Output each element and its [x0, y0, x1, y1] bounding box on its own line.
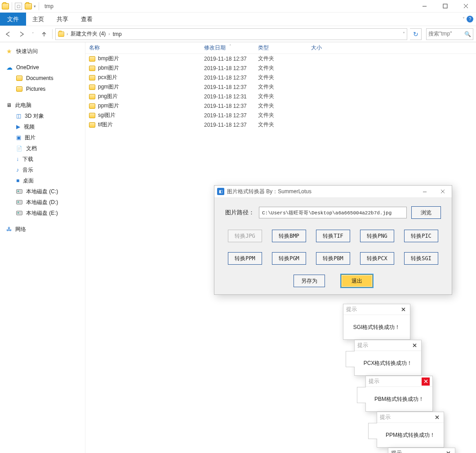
- sidebar-item-downloads[interactable]: 下载: [0, 154, 85, 164]
- qat-properties-icon[interactable]: ▢: [15, 3, 22, 10]
- message-box: 提示PBM格式转换成功！: [365, 376, 433, 412]
- help-icon[interactable]: ?: [467, 16, 473, 22]
- folder-name: png图片: [98, 93, 118, 100]
- folder-row[interactable]: tif图片2019-11-18 12:37文件夹: [85, 120, 476, 129]
- sidebar-item-music[interactable]: 音乐: [0, 164, 85, 175]
- qat-dropdown-icon[interactable]: ▾: [34, 4, 36, 9]
- message-box: 提示PCX格式转换成功！: [354, 340, 422, 376]
- ribbon-view-tab[interactable]: 查看: [75, 13, 99, 26]
- message-close-button[interactable]: [433, 413, 441, 422]
- folder-row[interactable]: pcx图片2019-11-18 12:37文件夹: [85, 73, 476, 82]
- sidebar-item-thispc[interactable]: 此电脑: [0, 100, 85, 111]
- message-titlebar[interactable]: 提示: [388, 448, 455, 453]
- folder-date: 2019-11-18 12:31: [200, 93, 254, 100]
- drive-icon: [16, 189, 22, 194]
- browse-button[interactable]: 浏览: [411, 206, 441, 219]
- music-icon: [16, 167, 19, 173]
- chevron-right-icon[interactable]: ›: [108, 31, 110, 36]
- message-titlebar[interactable]: 提示: [343, 304, 410, 315]
- ribbon-home-tab[interactable]: 主页: [26, 13, 50, 26]
- convert-button-tif[interactable]: 转换TIF: [316, 230, 350, 242]
- svg-rect-1: [443, 4, 447, 8]
- message-box: 提示SGI格式转换成功！: [343, 304, 410, 340]
- window-title: tmp: [44, 3, 53, 9]
- minimize-button[interactable]: [414, 0, 435, 13]
- sidebar-item-drive-e[interactable]: 本地磁盘 (E:): [0, 208, 85, 218]
- folder-type: 文件夹: [254, 102, 307, 110]
- folder-row[interactable]: sgi图片2019-11-18 12:37文件夹: [85, 111, 476, 120]
- folder-name: ppm图片: [98, 102, 119, 110]
- nav-up-button[interactable]: [39, 29, 49, 40]
- folder-icon: [16, 76, 22, 81]
- sidebar-label: 桌面: [23, 177, 34, 185]
- path-input[interactable]: [259, 207, 407, 218]
- address-dropdown-icon[interactable]: ˅: [403, 31, 405, 36]
- dialog-close-button[interactable]: [434, 186, 452, 197]
- sidebar-item-onedrive[interactable]: OneDrive: [0, 62, 85, 73]
- message-titlebar[interactable]: 提示: [377, 412, 444, 423]
- folder-name: bmp图片: [98, 55, 119, 62]
- breadcrumb-item[interactable]: tmp: [112, 31, 123, 37]
- message-close-button[interactable]: [399, 306, 407, 314]
- convert-button-bmp[interactable]: 转换BMP: [272, 230, 306, 242]
- sidebar-item-drive-c[interactable]: 本地磁盘 (C:): [0, 186, 85, 197]
- dialog-titlebar[interactable]: ◧ 图片格式转换器 By：SummerLotus: [214, 186, 452, 197]
- message-close-button[interactable]: [444, 449, 452, 453]
- nav-back-button[interactable]: [3, 29, 13, 40]
- chevron-right-icon[interactable]: ›: [67, 31, 68, 36]
- convert-button-pgm[interactable]: 转换PGM: [272, 252, 306, 265]
- sidebar-label: 下载: [22, 155, 33, 163]
- folder-date: 2019-11-18 12:37: [200, 103, 254, 109]
- exit-button[interactable]: 退出: [341, 275, 373, 287]
- folder-row[interactable]: pgm图片2019-11-18 12:37文件夹: [85, 82, 476, 92]
- nav-recent-dropdown[interactable]: ˅: [30, 29, 36, 40]
- sidebar-item-images[interactable]: 图片: [0, 132, 85, 143]
- folder-row[interactable]: pbm图片2019-11-18 12:37文件夹: [85, 63, 476, 73]
- ribbon-file-tab[interactable]: 文件: [0, 13, 26, 26]
- sidebar-label: 此电脑: [15, 102, 31, 109]
- sidebar-item-pictures[interactable]: Pictures: [0, 84, 85, 94]
- sidebar-item-docs[interactable]: 文档: [0, 143, 85, 154]
- folder-open-icon[interactable]: [25, 3, 32, 9]
- sidebar-item-drive-d[interactable]: 本地磁盘 (D:): [0, 197, 85, 208]
- convert-button-sgi[interactable]: 转换SGI: [404, 252, 438, 265]
- pc-icon: [6, 102, 12, 108]
- message-close-button[interactable]: [410, 342, 418, 350]
- search-box[interactable]: 搜索"tmp" 🔍: [426, 28, 473, 40]
- sidebar-item-3d[interactable]: 3D 对象: [0, 111, 85, 121]
- maximize-button[interactable]: [435, 0, 455, 13]
- col-type-header[interactable]: 类型: [254, 44, 307, 52]
- convert-button-pbm[interactable]: 转换PBM: [316, 252, 350, 265]
- ribbon-expand-icon[interactable]: ˅: [463, 17, 465, 22]
- col-name-header[interactable]: 名称˄: [85, 44, 200, 52]
- message-titlebar[interactable]: 提示: [355, 340, 421, 351]
- col-date-header[interactable]: 修改日期: [200, 44, 254, 52]
- refresh-button[interactable]: ↻: [410, 28, 422, 40]
- message-text: PCX格式转换成功！: [355, 351, 421, 375]
- sidebar-item-desktop[interactable]: 桌面: [0, 175, 85, 186]
- sidebar-item-videos[interactable]: 视频: [0, 121, 85, 132]
- folder-row[interactable]: png图片2019-11-18 12:31文件夹: [85, 92, 476, 101]
- folder-row[interactable]: bmp图片2019-11-18 12:37文件夹: [85, 54, 476, 63]
- sidebar-item-documents[interactable]: Documents: [0, 73, 85, 84]
- sidebar-item-network[interactable]: 网络: [0, 224, 85, 235]
- folder-type: 文件夹: [254, 83, 307, 91]
- convert-button-ppm[interactable]: 转换PPM: [228, 252, 262, 265]
- saveas-button[interactable]: 另存为: [294, 275, 325, 287]
- ribbon-share-tab[interactable]: 共享: [50, 13, 75, 26]
- message-close-button[interactable]: [422, 378, 430, 386]
- sidebar-item-quick-access[interactable]: 快速访问: [0, 46, 85, 57]
- convert-button-pcx[interactable]: 转换PCX: [360, 252, 394, 265]
- nav-forward-button[interactable]: [16, 29, 27, 40]
- dialog-minimize-button[interactable]: [416, 186, 434, 197]
- breadcrumb-item[interactable]: 新建文件夹 (4): [70, 30, 107, 38]
- message-titlebar[interactable]: 提示: [366, 376, 432, 387]
- convert-button-pic[interactable]: 转换PIC: [404, 230, 438, 242]
- address-bar[interactable]: › 新建文件夹 (4) › tmp ˅: [55, 28, 407, 40]
- close-button[interactable]: [455, 0, 476, 13]
- folder-icon: [89, 56, 95, 62]
- folder-row[interactable]: ppm图片2019-11-18 12:37文件夹: [85, 101, 476, 111]
- folder-type: 文件夹: [254, 74, 307, 81]
- convert-button-png[interactable]: 转换PNG: [360, 230, 394, 242]
- col-size-header[interactable]: 大小: [307, 44, 352, 52]
